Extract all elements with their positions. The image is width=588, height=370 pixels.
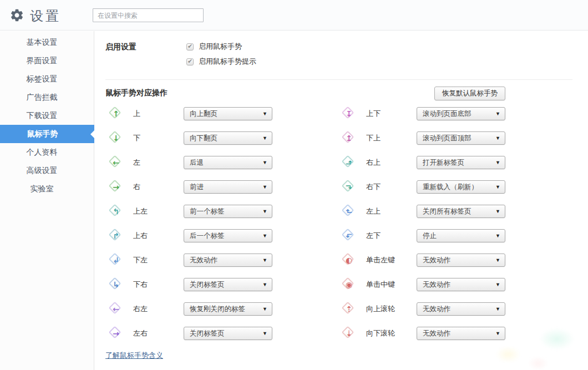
gesture-help-link[interactable]: 了解鼠标手势含义 xyxy=(105,351,163,361)
search-input[interactable] xyxy=(93,8,204,22)
gesture-action-dropdown[interactable]: 恢复刚关闭的标签▼ xyxy=(184,302,272,316)
arrow-glyph: ⇣ xyxy=(346,330,352,337)
gesture-right-down-icon: ↱ xyxy=(342,180,356,194)
checkbox-enable-mouse-gesture[interactable]: ✔ xyxy=(186,43,194,50)
check-icon: ✔ xyxy=(187,43,192,49)
check-icon: ✔ xyxy=(187,58,192,64)
gesture-label: 下左 xyxy=(133,255,184,265)
dropdown-value: 关闭标签页 xyxy=(190,280,262,290)
header: 设置 xyxy=(0,0,588,31)
gesture-action-dropdown[interactable]: 无效动作▼ xyxy=(417,254,505,267)
mouse-middle-click-icon: ◉ xyxy=(342,277,356,292)
gesture-left-right-icon: → xyxy=(109,326,123,341)
dropdown-value: 后退 xyxy=(190,158,262,168)
arrow-glyph: ↱ xyxy=(345,208,353,215)
sidebar-item-label: 个人资料 xyxy=(27,148,58,156)
gesture-action-dropdown[interactable]: 前进▼ xyxy=(184,180,272,194)
arrow-glyph: ↳ xyxy=(113,281,119,288)
gesture-action-dropdown[interactable]: 向下翻页▼ xyxy=(184,131,272,145)
gesture-down-icon: ↓ xyxy=(109,131,123,145)
gesture-row: ←右左恢复刚关闭的标签▼ xyxy=(109,297,272,321)
checkbox-label: 启用鼠标手势提示 xyxy=(199,57,256,67)
gesture-action-dropdown[interactable]: 关闭所有标签页▼ xyxy=(417,205,505,218)
gesture-right-left-icon: ← xyxy=(109,302,123,316)
chevron-down-icon: ▼ xyxy=(495,209,500,214)
gesture-row: ↑上向上翻页▼ xyxy=(109,102,272,126)
sidebar-item[interactable]: 界面设置 xyxy=(0,52,94,70)
gesture-action-dropdown[interactable]: 重新载入（刷新）▼ xyxy=(417,180,505,194)
gesture-row: ↰左下停止▼ xyxy=(342,224,509,248)
gesture-action-dropdown[interactable]: 前一个标签▼ xyxy=(184,205,272,218)
sidebar: 基本设置界面设置标签设置广告拦截下载设置鼠标手势个人资料高级设置实验室 xyxy=(0,31,94,370)
sidebar-item-label: 标签设置 xyxy=(27,74,58,83)
dropdown-value: 向上翻页 xyxy=(190,109,262,119)
gesture-row: ↥下上滚动到页面顶部▼ xyxy=(342,126,509,150)
gesture-action-dropdown[interactable]: 停止▼ xyxy=(417,229,505,242)
gesture-action-dropdown[interactable]: 后退▼ xyxy=(184,156,272,169)
arrow-glyph: ↓ xyxy=(113,134,119,142)
sidebar-item-label: 广告拦截 xyxy=(27,93,58,102)
checkbox-enable-gesture-hint[interactable]: ✔ xyxy=(186,58,194,65)
gesture-action-dropdown[interactable]: 打开新标签页▼ xyxy=(417,156,505,169)
sidebar-item[interactable]: 广告拦截 xyxy=(0,88,94,107)
gesture-label: 右上 xyxy=(366,158,417,168)
chevron-down-icon: ▼ xyxy=(495,111,500,116)
chevron-down-icon: ▼ xyxy=(495,307,500,312)
gesture-row: ↱右下重新载入（刷新）▼ xyxy=(342,175,509,199)
arrow-glyph: ↧ xyxy=(346,110,352,118)
sidebar-item[interactable]: 基本设置 xyxy=(0,33,94,52)
dropdown-value: 重新载入（刷新） xyxy=(423,183,495,192)
sidebar-item[interactable]: 鼠标手势 xyxy=(0,125,95,143)
page-title: 设置 xyxy=(30,7,61,25)
gesture-column-right: ↧上下滚动到页面底部▼↥下上滚动到页面顶部▼↰右上打开新标签页▼↱右下重新载入（… xyxy=(342,102,509,346)
chevron-down-icon: ▼ xyxy=(262,307,267,312)
gesture-label: 向下滚轮 xyxy=(366,328,417,338)
sidebar-item[interactable]: 下载设置 xyxy=(0,107,94,125)
reset-default-gestures-button[interactable]: 恢复默认鼠标手势 xyxy=(434,87,505,100)
dropdown-value: 无效动作 xyxy=(423,280,495,290)
gesture-left-up-icon: ↱ xyxy=(342,204,356,219)
checkbox-row: ✔ 启用鼠标手势提示 xyxy=(186,57,256,67)
chevron-down-icon: ▼ xyxy=(262,258,267,263)
chevron-down-icon: ▼ xyxy=(495,160,500,165)
gesture-action-dropdown[interactable]: 滚动到页面顶部▼ xyxy=(417,131,505,145)
gesture-up-right-icon: ↱ xyxy=(109,229,123,243)
checkbox-label: 启用鼠标手势 xyxy=(199,42,242,52)
dropdown-value: 无效动作 xyxy=(423,329,495,338)
sidebar-item-label: 下载设置 xyxy=(27,111,58,120)
gesture-left-down-icon: ↰ xyxy=(342,229,356,243)
chevron-down-icon: ▼ xyxy=(262,160,267,165)
dropdown-value: 向下翻页 xyxy=(190,134,262,143)
sidebar-item[interactable]: 个人资料 xyxy=(0,143,94,161)
sidebar-nav: 基本设置界面设置标签设置广告拦截下载设置鼠标手势个人资料高级设置实验室 xyxy=(0,31,94,198)
gear-icon xyxy=(9,8,24,23)
gesture-action-dropdown[interactable]: 无效动作▼ xyxy=(417,278,505,291)
gesture-right-icon: → xyxy=(109,180,123,194)
dropdown-value: 关闭标签页 xyxy=(190,329,262,338)
gesture-action-dropdown[interactable]: 无效动作▼ xyxy=(417,302,505,316)
gesture-action-dropdown[interactable]: 无效动作▼ xyxy=(184,254,272,267)
gesture-label: 上右 xyxy=(133,231,184,241)
gesture-row: ◉单击中键无效动作▼ xyxy=(342,272,509,297)
chevron-down-icon: ▼ xyxy=(495,234,500,239)
dropdown-value: 前进 xyxy=(190,183,262,192)
gesture-action-dropdown[interactable]: 向上翻页▼ xyxy=(184,107,272,120)
gesture-label: 上左 xyxy=(133,206,184,216)
gesture-row: ↰上左前一个标签▼ xyxy=(109,199,272,224)
gesture-label: 向上滚轮 xyxy=(366,304,417,314)
gesture-row: ↳下右关闭标签页▼ xyxy=(109,272,272,297)
gesture-row: ◐单击左键无效动作▼ xyxy=(342,248,509,272)
sidebar-item[interactable]: 实验室 xyxy=(0,180,94,198)
sidebar-item[interactable]: 高级设置 xyxy=(0,161,94,180)
gesture-action-dropdown[interactable]: 关闭标签页▼ xyxy=(184,327,272,340)
gesture-label: 右左 xyxy=(133,304,184,314)
gesture-up-left-icon: ↰ xyxy=(109,204,123,219)
dropdown-value: 前一个标签 xyxy=(190,207,262,216)
gesture-action-dropdown[interactable]: 关闭标签页▼ xyxy=(184,278,272,291)
arrow-glyph: ↥ xyxy=(346,134,352,142)
gesture-action-dropdown[interactable]: 后一个标签▼ xyxy=(184,229,272,242)
gesture-action-dropdown[interactable]: 滚动到页面底部▼ xyxy=(417,107,505,120)
dropdown-value: 无效动作 xyxy=(190,256,262,265)
sidebar-item[interactable]: 标签设置 xyxy=(0,70,94,88)
gesture-action-dropdown[interactable]: 无效动作▼ xyxy=(417,327,505,340)
